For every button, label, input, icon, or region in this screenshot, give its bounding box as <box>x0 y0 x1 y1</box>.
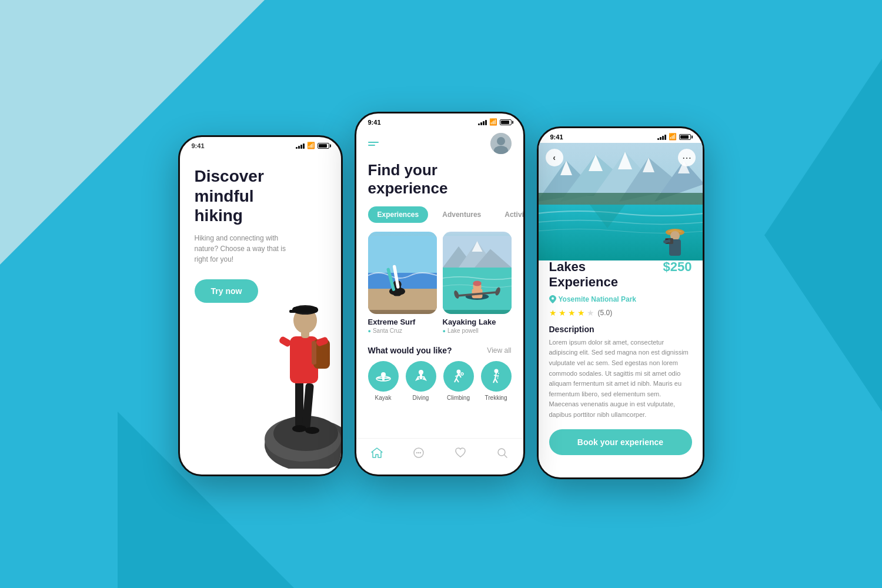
phone-2-header <box>356 128 523 161</box>
phone-2: 9:41 📶 <box>355 112 525 476</box>
description-body: Lorem ipsum dolor sit amet, consectetur … <box>549 338 692 420</box>
section-title: What would you like? <box>368 346 452 355</box>
experience-title: LakesExperience <box>549 259 618 290</box>
wifi-icon-1: 📶 <box>307 142 315 149</box>
nav-home[interactable] <box>370 446 384 460</box>
phone-1-content: Discover mindful hiking Hiking and conne… <box>180 152 341 469</box>
view-all-link[interactable]: View all <box>487 346 511 355</box>
title2-line1: Find your <box>368 161 512 179</box>
detail-content: LakesExperience $250 Yosemite National P… <box>539 249 703 472</box>
star-4: ★ <box>577 308 585 318</box>
lake-scene-svg <box>539 143 703 260</box>
wifi-icon-3: 📶 <box>669 133 677 141</box>
bg-shape-right <box>764 59 882 412</box>
rating-row: ★ ★ ★ ★ ★ (5.0) <box>549 308 692 318</box>
tab-experiences[interactable]: Experiences <box>368 206 429 223</box>
svg-rect-44 <box>376 377 390 379</box>
activity-trekking[interactable]: Trekking <box>481 361 512 401</box>
location-pin-icon-3 <box>549 295 556 303</box>
menu-icon[interactable] <box>368 142 379 146</box>
svg-rect-3 <box>295 380 303 427</box>
signal-icon-3 <box>657 134 666 140</box>
hiker-svg <box>253 245 341 469</box>
tab-activities[interactable]: Activities <box>495 206 524 223</box>
wifi-icon-2: 📶 <box>489 118 497 126</box>
back-button[interactable]: ‹ <box>546 149 563 166</box>
trekking-icon <box>481 361 512 392</box>
phones-container: 9:41 📶 Discover mindful hiking Hiking an… <box>178 109 704 479</box>
activities-row: Kayak Diving <box>356 361 523 410</box>
experience-price: $250 <box>663 259 692 275</box>
time-1: 9:41 <box>192 142 205 149</box>
title-price-row: LakesExperience $250 <box>549 259 692 290</box>
svg-point-87 <box>552 297 554 299</box>
star-1: ★ <box>549 308 557 318</box>
experience-location: Yosemite National Park <box>549 295 692 303</box>
phone-2-title: Find your experience <box>356 161 523 206</box>
kayak-label: Kayak <box>375 395 392 401</box>
svg-line-52 <box>456 379 459 382</box>
battery-icon-1 <box>318 143 329 149</box>
kayak-card[interactable]: Kayaking Lake ● Lake powell <box>443 232 512 334</box>
svg-point-63 <box>418 452 419 453</box>
phone-1: 9:41 📶 Discover mindful hiking Hiking an… <box>178 135 343 476</box>
star-5: ★ <box>587 308 594 318</box>
book-button[interactable]: Book your experience <box>549 429 692 455</box>
hiker-illustration <box>253 245 341 469</box>
cards-row: Extreme Surf ● Santa Cruz <box>356 232 523 343</box>
svg-point-37 <box>473 281 481 286</box>
status-icons-2: 📶 <box>478 118 512 126</box>
battery-icon-2 <box>500 119 512 125</box>
surf-image <box>368 232 437 314</box>
activity-diving[interactable]: Diving <box>406 361 436 401</box>
user-avatar[interactable] <box>490 133 512 154</box>
star-2: ★ <box>559 308 566 318</box>
svg-point-5 <box>292 425 306 432</box>
svg-point-18 <box>497 137 505 145</box>
more-button[interactable]: ⋯ <box>678 149 696 166</box>
rating-value: (5.0) <box>598 309 613 317</box>
activity-climbing[interactable]: Climbing <box>443 361 474 401</box>
status-bar-2: 9:41 📶 <box>356 113 523 128</box>
svg-rect-20 <box>368 236 437 278</box>
surf-card[interactable]: Extreme Surf ● Santa Cruz <box>368 232 437 334</box>
svg-line-58 <box>495 379 497 383</box>
phone-1-title: Discover mindful hiking <box>195 166 295 226</box>
nav-chat[interactable] <box>412 446 426 460</box>
signal-icon-2 <box>478 119 487 125</box>
hero-image: ‹ ⋯ <box>539 143 703 260</box>
nav-search[interactable] <box>495 446 509 460</box>
svg-line-53 <box>455 375 460 376</box>
phone-3: 9:41 📶 <box>537 126 704 479</box>
svg-point-48 <box>456 370 460 374</box>
nav-heart[interactable] <box>453 446 467 460</box>
svg-point-62 <box>416 452 417 453</box>
svg-point-6 <box>305 427 319 434</box>
tab-adventures[interactable]: Adventures <box>433 206 490 223</box>
title2-line2: experience <box>368 179 512 198</box>
status-bar-3: 9:41 📶 <box>539 128 703 143</box>
description-heading: Description <box>549 325 692 334</box>
diving-icon <box>406 361 436 392</box>
bottom-nav <box>356 438 523 469</box>
battery-icon-3 <box>679 134 691 140</box>
kayak-title: Kayaking Lake <box>443 318 512 326</box>
activity-kayak[interactable]: Kayak <box>368 361 399 401</box>
svg-point-55 <box>494 369 498 373</box>
activities-section-header: What would you like? View all <box>356 343 523 361</box>
svg-rect-9 <box>312 341 316 365</box>
star-3: ★ <box>568 308 576 318</box>
svg-point-64 <box>420 452 421 453</box>
svg-rect-16 <box>289 310 298 313</box>
kayak-location: ● Lake powell <box>443 328 512 334</box>
surf-location: ● Santa Cruz <box>368 328 437 334</box>
location-name: Yosemite National Park <box>559 295 637 303</box>
kayak-icon <box>368 361 399 392</box>
status-icons-3: 📶 <box>657 133 691 141</box>
surf-title: Extreme Surf <box>368 318 437 326</box>
location-pin-icon-2: ● <box>443 328 446 334</box>
tab-bar: Experiences Adventures Activities <box>356 206 523 232</box>
try-now-button[interactable]: Try now <box>195 279 259 303</box>
kayak-image <box>443 232 512 314</box>
diving-label: Diving <box>413 395 429 401</box>
